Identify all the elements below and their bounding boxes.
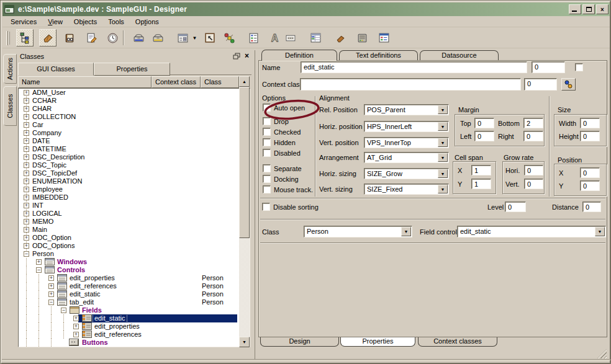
tree-row[interactable]: +Company: [19, 129, 237, 137]
tree-row[interactable]: +COLLECTION: [19, 113, 237, 121]
sidebar-tab-classes[interactable]: Classes: [3, 86, 17, 126]
tree-expander[interactable]: +: [48, 283, 54, 289]
chevron-down-icon[interactable]: ▼: [438, 122, 448, 131]
position-y-input[interactable]: 0: [580, 180, 600, 191]
tree-row[interactable]: +ADM_User: [19, 89, 237, 97]
menu-item-objects[interactable]: Objects: [68, 17, 102, 27]
tree-row[interactable]: +MEMO: [19, 218, 237, 226]
tree-row[interactable]: +edit_references: [19, 331, 237, 339]
form-grid-dropdown-arrow[interactable]: ▼: [191, 29, 199, 47]
tree-expander[interactable]: +: [24, 187, 29, 192]
vert-position-combobox[interactable]: VPS_InnerTop▼: [364, 137, 449, 148]
option-checkbox-disabled[interactable]: [263, 149, 271, 157]
horiz-position-combobox[interactable]: HPS_InnerLeft▼: [364, 121, 449, 132]
context-class-input[interactable]: [300, 78, 521, 91]
close-button[interactable]: ×: [596, 4, 609, 14]
chevron-down-icon[interactable]: ▼: [438, 153, 448, 162]
tree-row[interactable]: +ENUMERATION: [19, 177, 237, 185]
tree-row[interactable]: +edit_properties: [19, 322, 237, 331]
tree-row[interactable]: +Main: [19, 226, 237, 234]
chevron-down-icon[interactable]: ▼: [401, 227, 411, 236]
context-class-picker-button[interactable]: [561, 78, 576, 91]
edit-document-button[interactable]: [83, 29, 100, 47]
tree-row[interactable]: +DATE: [19, 137, 237, 145]
tree-row[interactable]: +DSC_TopicDef: [19, 169, 237, 177]
tree-expander[interactable]: +: [24, 146, 29, 152]
tree-expander[interactable]: +: [24, 98, 29, 104]
tree-expander[interactable]: +: [24, 122, 29, 128]
tree-expander[interactable]: +: [24, 130, 29, 136]
tree-row[interactable]: +Car: [19, 121, 237, 129]
tree-row[interactable]: +CHAR: [19, 105, 237, 113]
tree-row[interactable]: +ODC_Options: [19, 242, 237, 250]
tab-design[interactable]: Design: [260, 337, 339, 347]
tree-expander[interactable]: +: [73, 324, 79, 329]
tree-row[interactable]: +INT: [19, 202, 237, 210]
tree-row[interactable]: +edit_staticPerson: [19, 290, 237, 298]
disable-sorting-checkbox[interactable]: [262, 203, 270, 211]
scrollbar-thumb[interactable]: [239, 87, 250, 238]
chevron-down-icon[interactable]: ▼: [438, 185, 448, 193]
cell-span-y-input[interactable]: 1: [471, 179, 491, 189]
chevron-down-icon[interactable]: ▼: [438, 169, 448, 178]
float-panel-icon[interactable]: [233, 53, 241, 60]
tree-row[interactable]: −tab_editPerson: [19, 298, 237, 306]
chevron-down-icon[interactable]: ▼: [595, 227, 605, 236]
minimize-button[interactable]: [569, 4, 581, 14]
tree-expander[interactable]: +: [24, 114, 29, 120]
close-panel-icon[interactable]: ×: [243, 53, 251, 60]
context-number-input[interactable]: 0: [524, 78, 557, 91]
tree-row[interactable]: +DSC_Topic: [19, 161, 237, 169]
tree-row[interactable]: +Employee: [19, 185, 237, 193]
maximize-button[interactable]: [582, 4, 595, 14]
server-button[interactable]: [353, 29, 371, 47]
tree-expander[interactable]: +: [36, 259, 42, 265]
option-checkbox-separate[interactable]: [263, 164, 271, 172]
position-x-input[interactable]: 0: [580, 167, 600, 178]
tree-expander[interactable]: +: [24, 195, 29, 200]
tree-expander[interactable]: +: [24, 243, 29, 249]
tree-expander[interactable]: +: [73, 316, 79, 321]
tree-row[interactable]: +edit_propertiesPerson: [19, 274, 237, 282]
tree-row[interactable]: −Person: [19, 250, 237, 258]
size-height-input[interactable]: 0: [580, 131, 600, 141]
tab-definition[interactable]: Definition: [261, 50, 337, 61]
option-checkbox-docking[interactable]: [263, 175, 271, 183]
tree-expander[interactable]: +: [24, 171, 29, 176]
menu-item-services[interactable]: Services: [5, 17, 42, 27]
tab-properties-left[interactable]: Properties: [94, 63, 170, 76]
distance-input[interactable]: 0: [582, 202, 601, 212]
tree-row[interactable]: +edit_referencesPerson: [19, 282, 237, 290]
tree-row[interactable]: +Windows: [19, 258, 237, 266]
tab-text-definitions[interactable]: Text definitions: [339, 50, 418, 60]
menu-item-view[interactable]: View: [42, 17, 68, 27]
margin-top-input[interactable]: 0: [474, 118, 494, 128]
tree-expander[interactable]: +: [24, 90, 29, 95]
tab-datasource[interactable]: Datasource: [420, 50, 499, 60]
tree-expander[interactable]: +: [24, 179, 29, 184]
arrangement-combobox[interactable]: AT_Grid▼: [364, 152, 449, 163]
menu-item-options[interactable]: Options: [130, 17, 165, 27]
window-list-button[interactable]: [375, 29, 392, 47]
tree-row[interactable]: +IMBEDDED: [19, 193, 237, 202]
column-header-name[interactable]: Name: [18, 76, 152, 88]
tree-expander[interactable]: +: [24, 138, 29, 144]
tree-row[interactable]: +DSC_Description: [19, 153, 237, 161]
tree-expander[interactable]: +: [24, 203, 29, 208]
name-input[interactable]: edit_static: [301, 61, 527, 73]
scroll-up-icon[interactable]: ▲: [239, 76, 250, 87]
toolbar-grip[interactable]: [6, 31, 8, 45]
tree-row[interactable]: −Fields: [19, 306, 237, 314]
tree-expander[interactable]: +: [24, 154, 29, 160]
hierarchy-button[interactable]: [16, 29, 34, 47]
sidebar-tab-actions[interactable]: Actions: [3, 54, 17, 84]
window-arrow-button[interactable]: [201, 29, 219, 47]
resize-grip[interactable]: [597, 349, 607, 358]
grow-rate-hori-input[interactable]: 0: [524, 165, 543, 175]
tree-expander[interactable]: +: [24, 219, 29, 224]
table-button[interactable]: [307, 29, 324, 47]
tab-gui-classes[interactable]: GUI Classes: [18, 63, 94, 76]
margin-right-input[interactable]: 0: [523, 131, 543, 141]
menu-item-tools[interactable]: Tools: [102, 17, 130, 27]
option-checkbox-hidden[interactable]: [263, 138, 271, 146]
